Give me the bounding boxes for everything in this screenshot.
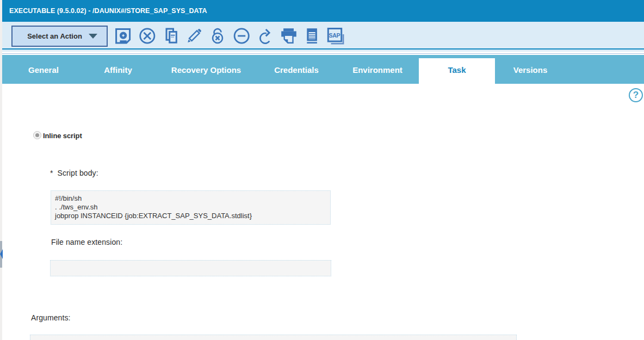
svg-text:SAP: SAP [329, 32, 340, 39]
